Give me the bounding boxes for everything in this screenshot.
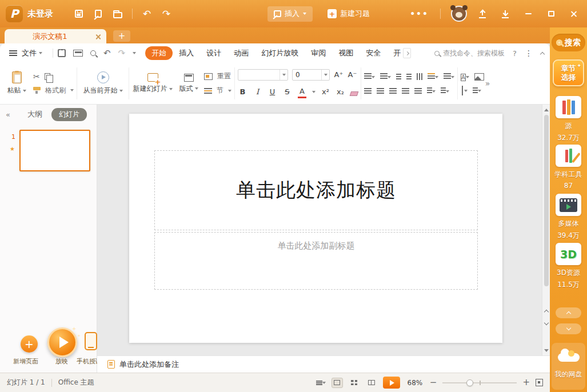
layout-button[interactable]: 版式	[175, 66, 202, 101]
more-menu-button[interactable]: •••	[406, 11, 432, 17]
menu-tab-design[interactable]: 设计	[200, 46, 227, 60]
picture-icon[interactable]	[474, 73, 484, 81]
font-size-combo[interactable]: 0	[292, 69, 330, 81]
bold-button[interactable]: B	[238, 87, 247, 97]
slide-editor[interactable]: 单击此处添加标题 单击此处添加副标题	[129, 114, 502, 343]
menu-tab-clipped[interactable]: 开	[387, 46, 402, 60]
redo-button[interactable]: ↷	[157, 5, 176, 22]
slide-thumbnail[interactable]	[19, 130, 90, 171]
avatar[interactable]	[451, 6, 467, 22]
sidebar-item-lesson-resource[interactable]: 源 32.7万	[550, 96, 587, 143]
bullet-list-button[interactable]	[364, 72, 375, 81]
sidebar-item-multimedia[interactable]: 多媒体 39.4万	[550, 194, 587, 241]
new-exercise-button[interactable]: + 新建习题	[328, 9, 370, 19]
menu-tab-slideshow[interactable]: 幻灯片放映	[255, 46, 305, 60]
scroll-down-button[interactable]	[542, 346, 550, 355]
font-size-dropdown[interactable]	[321, 70, 329, 80]
document-tab[interactable]: 演示文稿1	[5, 29, 106, 43]
next-slide-button[interactable]	[542, 318, 550, 329]
align-left-icon[interactable]	[364, 88, 372, 89]
align-right-icon[interactable]	[389, 88, 397, 89]
slide-star-icon[interactable]: ★	[10, 146, 15, 152]
menu-tab-review[interactable]: 审阅	[305, 46, 332, 60]
ribbon-expand-button[interactable]: »	[485, 79, 490, 88]
play-from-current-button[interactable]: 从当前开始	[80, 66, 126, 101]
login-status[interactable]: 未登录	[27, 9, 53, 19]
align-center-icon[interactable]	[377, 88, 384, 89]
text-tool-button[interactable]: A	[461, 73, 469, 81]
cloud-drive-panel[interactable]: 我的网盘	[552, 343, 585, 390]
reset-button[interactable]: 重置	[204, 71, 231, 81]
menu-tab-home[interactable]: 开始	[145, 46, 173, 60]
insert-quick-button[interactable]: 插入	[267, 6, 313, 22]
columns-button[interactable]	[428, 72, 438, 81]
subtitle-placeholder[interactable]: 单击此处添加副标题	[154, 232, 478, 290]
paste-button[interactable]: 粘贴	[2, 66, 31, 101]
panel-collapse-button[interactable]: «	[6, 110, 10, 119]
sidebar-item-subject-tools[interactable]: 学科工具 87	[550, 145, 587, 190]
slideshow-button[interactable]	[383, 377, 400, 389]
sidebar-scroll-down-button[interactable]	[556, 323, 581, 334]
copy-icon[interactable]	[45, 73, 50, 80]
new-page-button[interactable]: +	[21, 335, 38, 353]
shrink-font-button[interactable]: A⁻	[348, 70, 357, 80]
print-icon[interactable]	[73, 50, 83, 57]
zoom-slider-knob[interactable]	[466, 379, 473, 386]
menu-scroll-button[interactable]	[403, 48, 411, 58]
quick-access-more-icon[interactable]	[133, 52, 136, 54]
superscript-button[interactable]: x²	[321, 87, 330, 97]
export-button[interactable]	[89, 5, 108, 22]
normal-view-button[interactable]	[332, 378, 343, 388]
open-folder-button[interactable]	[108, 5, 127, 22]
menu-tab-security[interactable]: 安全	[360, 46, 387, 60]
menubar-more-button[interactable]: ⋮	[525, 49, 533, 58]
title-placeholder[interactable]: 单击此处添加标题	[154, 150, 478, 230]
grow-font-button[interactable]: A⁺	[334, 70, 344, 80]
new-slide-button[interactable]: 新建幻灯片	[132, 66, 173, 101]
minimize-button[interactable]	[518, 5, 538, 22]
scroll-up-button[interactable]	[542, 105, 550, 114]
download-button[interactable]	[496, 5, 515, 22]
sidebar-item-3d-resource[interactable]: 3D 3D资源 11.5万	[550, 243, 587, 290]
quick-save-icon[interactable]	[58, 49, 66, 57]
font-color-dropdown[interactable]	[312, 91, 316, 93]
scrollbar-thumb[interactable]	[544, 115, 549, 286]
zoom-slider[interactable]	[442, 379, 517, 387]
tab-close-icon[interactable]	[95, 34, 101, 39]
zoom-level[interactable]: 68%	[406, 379, 424, 387]
menu-tab-insert[interactable]: 插入	[173, 46, 200, 60]
italic-button[interactable]: I	[253, 87, 262, 97]
increase-indent-icon[interactable]	[406, 74, 412, 75]
command-search[interactable]: 查找命令、搜索模板	[434, 49, 505, 58]
notes-bar[interactable]: 单击此处添加备注	[97, 355, 550, 373]
line-spacing-button[interactable]	[427, 86, 436, 95]
print-preview-icon[interactable]	[90, 50, 96, 56]
section-button[interactable]: 节	[204, 86, 231, 95]
clear-format-icon[interactable]	[350, 91, 359, 96]
reading-view-button[interactable]	[366, 378, 377, 388]
play-slideshow-button[interactable]: ✦ ✦	[47, 327, 77, 357]
numbered-list-button[interactable]	[380, 72, 391, 81]
font-color-button[interactable]: A	[297, 86, 307, 98]
strikethrough-button[interactable]: S	[282, 87, 292, 97]
undo-button[interactable]: ↶	[137, 5, 157, 22]
menu-tab-animation[interactable]: 动画	[227, 46, 255, 60]
underline-button[interactable]: U	[267, 87, 277, 97]
sidebar-scroll-up-button[interactable]	[556, 307, 581, 318]
previous-slide-button[interactable]	[542, 306, 550, 316]
notes-placeholder[interactable]: 单击此处添加备注	[119, 359, 179, 370]
shape-fill-button[interactable]	[461, 86, 468, 95]
tab-slides[interactable]: 幻灯片	[51, 108, 87, 121]
vertical-spacing-button[interactable]	[441, 86, 449, 95]
justify-icon[interactable]	[402, 88, 409, 89]
maximize-button[interactable]	[541, 5, 561, 22]
notes-toggle-button[interactable]	[316, 379, 326, 387]
app-logo[interactable]: P	[6, 5, 23, 22]
slide-sorter-button[interactable]	[349, 378, 360, 388]
sidebar-search-button[interactable]: 搜索	[552, 34, 585, 51]
collapse-ribbon-button[interactable]	[540, 51, 545, 56]
file-menu[interactable]: 文件	[22, 48, 42, 58]
redo-small-icon[interactable]: ↷	[118, 48, 126, 58]
vertical-scrollbar[interactable]	[542, 105, 550, 355]
hamburger-icon[interactable]	[9, 50, 17, 51]
